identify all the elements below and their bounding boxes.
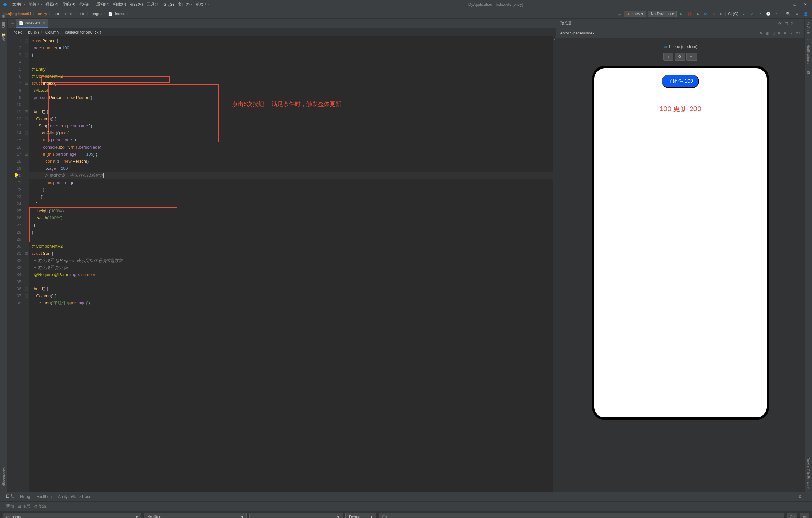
preview-body: ▭ Phone (medium) ◁ ⟳ ⋯ 子组件 100 100 更新 20…: [556, 38, 804, 492]
devices-dropdown[interactable]: No Devices ▾: [648, 11, 677, 17]
code-crumb-index[interactable]: Index: [11, 30, 22, 34]
menu-tools[interactable]: 工具(T): [145, 2, 162, 7]
search-icon[interactable]: 🔍: [785, 10, 792, 18]
status-stripe[interactable]: ✓: [553, 36, 556, 492]
fit-icon[interactable]: ⇲: [789, 31, 792, 35]
code-crumb-callback[interactable]: callback for onClick(): [64, 30, 102, 34]
preview-title: 预览器: [560, 21, 572, 26]
grid-icon[interactable]: ▦: [765, 31, 769, 35]
case-sensitive-button[interactable]: Cc: [787, 513, 798, 518]
layers-icon[interactable]: ≋: [759, 31, 763, 35]
minimize-icon[interactable]: —: [803, 493, 809, 500]
git-commit-icon[interactable]: ✓: [749, 10, 755, 18]
sidebar-sdk-market[interactable]: 华为生态伙伴SDK市场: [1, 21, 6, 29]
maximize-button[interactable]: □: [791, 2, 799, 7]
minimize-button[interactable]: ─: [780, 2, 788, 7]
settings-icon[interactable]: ⚙: [790, 21, 794, 26]
chevron-icon: 〉: [87, 11, 91, 17]
code-breadcrumb: Index 〉 build() 〉 Column 〉 callback for …: [8, 28, 556, 36]
breadcrumb-pages[interactable]: pages: [91, 11, 103, 16]
log-search-input[interactable]: [379, 513, 784, 518]
coverage-button[interactable]: ▶: [695, 10, 701, 18]
menu-window[interactable]: 窗口(W): [176, 2, 194, 7]
bottom-tab-faultlog[interactable]: FaultLog: [33, 494, 55, 499]
sidebar-bookmarks[interactable]: Bookmarks: [2, 467, 6, 485]
run-config-dropdown[interactable]: ▲ entry ▾: [624, 11, 646, 17]
inspector-icon[interactable]: ◫: [784, 21, 788, 26]
level-dropdown[interactable]: Debug ▾: [345, 513, 376, 518]
more-device-button[interactable]: ⋯: [686, 53, 697, 61]
regex-button[interactable]: ▩: [800, 513, 809, 518]
breadcrumb-ets[interactable]: ets: [80, 11, 86, 16]
bottom-tab-hilog[interactable]: HiLog: [17, 494, 33, 499]
run-button[interactable]: ▶: [678, 10, 684, 18]
menu-build[interactable]: 构建(B): [111, 2, 128, 7]
settings-icon[interactable]: ⚙: [797, 493, 803, 500]
filter-dropdown[interactable]: No filters ▾: [144, 513, 247, 518]
breadcrumb-main[interactable]: main: [65, 11, 75, 16]
settings-icon[interactable]: ⚙: [794, 10, 800, 18]
attach-button[interactable]: ⇲: [710, 10, 716, 18]
zoom-out-icon[interactable]: ⊖: [778, 31, 781, 35]
sidebar-project-icon[interactable]: 📁: [1, 33, 6, 37]
fold-column: ⊟⊟⊟⊟⊟⊟⊟⊟⊟⊟: [24, 36, 29, 492]
titlebar: 文件(F) 编辑(E) 视图(V) 导航(N) 代码(C) 重构(R) 构建(B…: [0, 0, 812, 9]
code-crumb-build[interactable]: build(): [27, 30, 39, 34]
menu-help[interactable]: 帮助(H): [194, 2, 211, 7]
code-crumb-column[interactable]: Column: [45, 30, 59, 34]
device-filter-dropdown[interactable]: ▭ phone ▾: [3, 513, 141, 518]
bulb-icon[interactable]: 💡: [13, 172, 19, 179]
tab-bar: ⇥ 📄 Index.ets ×: [8, 19, 556, 28]
menu-view[interactable]: 视图(V): [44, 2, 60, 7]
sidebar-device-browser[interactable]: Device File Browser: [807, 457, 810, 489]
bottom-tab-analyze[interactable]: AnalyzeStackTrace: [55, 494, 94, 499]
breadcrumb-src[interactable]: src: [53, 11, 60, 16]
git-history-icon[interactable]: 🕐: [765, 10, 772, 18]
profile-button[interactable]: ⟳: [703, 10, 708, 18]
tab-index-ets[interactable]: 📄 Index.ets ×: [16, 19, 48, 28]
phone-button-child[interactable]: 子组件 100: [662, 75, 699, 88]
debug-button[interactable]: 🐞: [686, 10, 693, 18]
tool-settings[interactable]: ⚙ 设置: [34, 504, 47, 509]
bottom-tab-log[interactable]: 日志: [3, 494, 17, 499]
breadcrumb-entry[interactable]: entry: [37, 11, 48, 16]
menu-code[interactable]: 代码(C): [77, 2, 94, 7]
stop-button[interactable]: ■: [718, 10, 723, 18]
code-lines[interactable]: 点击5次按钮， 满足条件时，触发整体更新 class Person { age:…: [29, 36, 553, 492]
menu-refactor[interactable]: 重构(R): [94, 2, 112, 7]
breadcrumb-file[interactable]: Index.ets: [114, 11, 131, 16]
tab-close-button[interactable]: ×: [43, 21, 46, 26]
code-editor[interactable]: 1234567891011121314151617181920212223242…: [8, 36, 556, 492]
main-area: 华为生态伙伴SDK市场 📁 项目 提交 Bookmarks 结构 ⇥ 📄 Ind…: [0, 19, 812, 492]
fold-icon[interactable]: ⊟: [24, 37, 29, 44]
git-push-icon[interactable]: ↗: [757, 10, 763, 18]
sidebar-notifications[interactable]: Notifications: [807, 44, 810, 64]
tool-add[interactable]: + 新增: [3, 504, 14, 509]
chevron-icon: 〉: [104, 11, 107, 17]
avatar-icon[interactable]: 👤: [802, 10, 809, 18]
menu-edit[interactable]: 编辑(E): [27, 2, 44, 7]
back-button[interactable]: ◁: [663, 53, 673, 61]
git-pull-icon[interactable]: ↙: [742, 10, 747, 18]
level-dropdown-2[interactable]: ▾: [250, 513, 343, 518]
close-button[interactable]: ✕: [801, 2, 809, 7]
minimize-icon[interactable]: —: [796, 21, 801, 26]
rotate-icon[interactable]: ⟳: [779, 21, 782, 26]
menu-run[interactable]: 运行(R): [128, 2, 145, 7]
menu-file[interactable]: 文件(F): [10, 2, 27, 7]
rotate-device-button[interactable]: ⟳: [675, 53, 685, 61]
sidebar-kit-assistant[interactable]: Kit Assistant: [807, 21, 810, 40]
menu-navigate[interactable]: 导航(N): [60, 2, 77, 7]
target-icon[interactable]: ◎: [616, 10, 622, 18]
zoom-in-icon[interactable]: ⊕: [783, 31, 787, 35]
text-tool-icon[interactable]: Tт: [772, 21, 776, 26]
tool-layout[interactable]: ▦ 布局: [18, 504, 30, 509]
expand-sidebar-button[interactable]: ⇥: [8, 21, 16, 26]
phone-screen[interactable]: 子组件 100 100 更新 200: [594, 68, 766, 418]
crop-icon[interactable]: ⬚: [772, 31, 775, 35]
menu-git[interactable]: Git(G): [162, 2, 176, 7]
phone-icon: ▭: [663, 44, 667, 49]
chevron-icon: 〉: [60, 29, 64, 35]
breadcrumb-project[interactable]: nanjing-base01: [3, 11, 32, 16]
git-revert-icon[interactable]: ↶: [774, 10, 780, 18]
